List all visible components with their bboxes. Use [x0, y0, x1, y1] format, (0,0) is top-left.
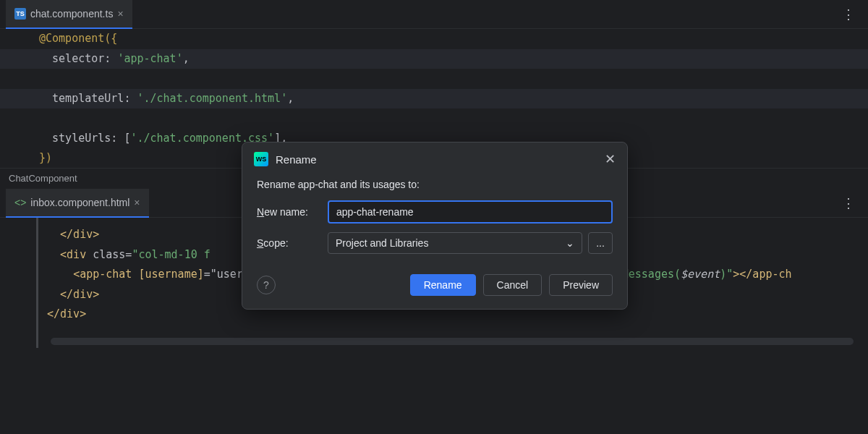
rename-button[interactable]: Rename [410, 274, 476, 296]
new-name-label: New name: [257, 206, 319, 218]
cancel-button[interactable]: Cancel [483, 274, 542, 296]
scope-value: Project and Libraries [336, 237, 428, 249]
webstorm-icon: WS [254, 152, 268, 166]
scope-label: Scope: [257, 237, 319, 249]
tab-label: inbox.component.html [30, 197, 129, 208]
tab-chat-component-ts[interactable]: TS chat.component.ts × [6, 0, 132, 29]
rename-dialog: WS Rename ✕ Rename app-chat and its usag… [242, 142, 628, 310]
new-name-input[interactable] [328, 200, 613, 224]
chevron-down-icon: ⌄ [566, 237, 574, 249]
horizontal-scrollbar[interactable] [51, 338, 854, 345]
tab-inbox-component-html[interactable]: <> inbox.component.html × [6, 189, 149, 218]
typescript-file-icon: TS [14, 8, 26, 20]
tab-label: chat.component.ts [30, 8, 113, 20]
help-button[interactable]: ? [257, 276, 276, 294]
scope-select[interactable]: Project and Libraries ⌄ [328, 232, 582, 254]
close-icon[interactable]: ✕ [605, 151, 616, 167]
more-vertical-icon[interactable]: ⋮ [835, 7, 862, 22]
more-vertical-icon[interactable]: ⋮ [835, 195, 862, 211]
scope-more-button[interactable]: ... [588, 232, 613, 254]
close-icon[interactable]: × [117, 8, 123, 20]
editor-tab-bar-top: TS chat.component.ts × ⋮ [0, 0, 868, 29]
dialog-title: Rename [276, 153, 317, 166]
close-icon[interactable]: × [134, 197, 140, 208]
preview-button[interactable]: Preview [549, 274, 613, 296]
dialog-header: WS Rename ✕ [242, 142, 627, 171]
html-file-icon: <> [14, 197, 26, 208]
dialog-description: Rename app-chat and its usages to: [257, 179, 613, 190]
